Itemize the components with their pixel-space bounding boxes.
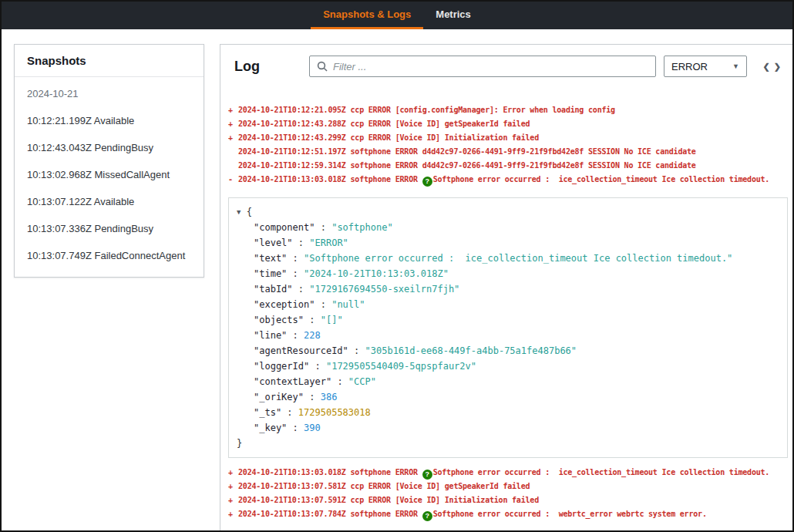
json-key: "loggerId" <box>254 361 309 372</box>
help-icon[interactable]: ? <box>422 470 432 480</box>
log-entry-text: 2024-10-21T10:12:21.095Z ccp ERROR [conf… <box>238 106 615 114</box>
log-level-value: ERROR <box>671 61 708 72</box>
json-colon: : <box>309 361 326 372</box>
json-value: "null" <box>331 299 365 310</box>
search-icon <box>317 61 328 72</box>
json-value: 386 <box>321 392 338 402</box>
json-key: "_oriKey" <box>254 392 304 402</box>
json-field: "loggerId" : "1729505540409-5qpspfaur2v" <box>237 359 779 374</box>
json-value: "1729505540409-5qpspfaur2v" <box>326 361 476 372</box>
snapshot-item[interactable]: 10:13:07.122Z Available <box>15 188 204 215</box>
expand-toggle-icon[interactable]: + <box>228 480 238 493</box>
snapshot-item[interactable]: 10:13:07.749Z FailedConnectAgent <box>15 242 204 269</box>
log-panel: Log ERROR ▼ ❮ ❯ +2024-10-21T10:12:21.095… <box>220 44 792 530</box>
expand-toggle-icon[interactable]: + <box>228 103 238 117</box>
expand-toggle-icon[interactable]: + <box>228 493 238 507</box>
snapshot-item[interactable]: 10:13:07.336Z PendingBusy <box>15 215 204 242</box>
snapshot-date: 2024-10-21 <box>15 77 204 107</box>
json-key: "agentResourceId" <box>254 345 348 356</box>
log-entry[interactable]: 2024-10-21T10:12:59.314Z softphone ERROR… <box>228 159 789 173</box>
json-key: "_key" <box>254 423 287 433</box>
json-value: 390 <box>304 423 321 433</box>
log-entry[interactable]: +2024-10-21T10:12:43.299Z ccp ERROR [Voi… <box>228 131 789 145</box>
json-colon: : <box>287 423 304 433</box>
log-entry-text: 2024-10-21T10:13:07.784Z softphone ERROR <box>238 510 422 518</box>
log-entry-text: 2024-10-21T10:12:51.197Z softphone ERROR… <box>238 147 696 156</box>
json-key: "contextLayer" <box>254 376 331 387</box>
json-field: "component" : "softphone" <box>237 220 779 235</box>
log-level-select[interactable]: ERROR ▼ <box>664 56 747 77</box>
log-entry-text: Softphone error occurred : ice_collectio… <box>433 175 770 184</box>
json-field: "tabId" : "1729167694550-sxeilrn7fjh" <box>237 281 779 297</box>
expand-toggle-icon[interactable]: + <box>228 117 238 131</box>
json-colon: : <box>293 237 310 248</box>
expand-toggle-icon[interactable]: + <box>228 131 238 145</box>
json-value: "ERROR" <box>309 237 348 248</box>
tab-metrics[interactable]: Metrics <box>423 2 483 29</box>
json-key: "tabId" <box>254 284 293 295</box>
log-entry[interactable]: +2024-10-21T10:12:21.095Z ccp ERROR [con… <box>228 103 789 117</box>
help-icon[interactable]: ? <box>422 177 432 187</box>
log-entry[interactable]: +2024-10-21T10:13:03.018Z softphone ERRO… <box>228 466 789 480</box>
log-entries-bottom: +2024-10-21T10:13:03.018Z softphone ERRO… <box>228 466 789 521</box>
json-field: "contextLayer" : "CCP" <box>237 374 779 389</box>
log-entry-text: 2024-10-21T10:13:03.018Z softphone ERROR <box>238 468 422 476</box>
json-close-line: } <box>237 436 779 451</box>
json-colon: : <box>348 345 365 356</box>
json-field: "_ts" : 1729505583018 <box>237 405 779 420</box>
json-colon: : <box>331 376 348 387</box>
json-field: "line" : 228 <box>237 328 779 343</box>
log-entry-text: 2024-10-21T10:13:07.591Z ccp ERROR [Voic… <box>238 496 539 504</box>
json-colon: : <box>315 222 331 233</box>
expand-toggle-icon[interactable]: + <box>228 466 238 480</box>
snapshots-panel: Snapshots 2024-10-21 10:12:21.199Z Avail… <box>14 44 204 278</box>
json-key: "objects" <box>254 315 304 325</box>
json-field: "objects" : "[]" <box>237 312 779 328</box>
collapse-toggle-icon[interactable]: - <box>228 173 238 187</box>
expand-toggle-icon[interactable]: + <box>228 507 238 521</box>
json-detail: ▼ {"component" : "softphone""level" : "E… <box>228 197 788 458</box>
json-key: "level" <box>254 237 293 248</box>
help-icon[interactable]: ? <box>422 511 432 521</box>
json-value: "305b161d-ee68-449f-a4bb-75a1fe487b66" <box>365 345 577 356</box>
log-entry-text: 2024-10-21T10:13:03.018Z softphone ERROR <box>238 175 422 184</box>
json-colon: : <box>304 315 321 325</box>
json-value: 1729505583018 <box>298 407 371 418</box>
filter-input[interactable] <box>333 61 648 72</box>
json-field: "level" : "ERROR" <box>237 235 779 251</box>
log-entry-text: Softphone error occurred : ice_collectio… <box>433 468 770 476</box>
log-entry[interactable]: +2024-10-21T10:13:07.591Z ccp ERROR [Voi… <box>228 493 789 507</box>
json-field: "exception" : "null" <box>237 297 779 312</box>
snapshot-item[interactable]: 10:12:43.043Z PendingBusy <box>15 134 204 161</box>
json-colon: : <box>315 299 331 310</box>
expand-panel-button[interactable]: ❮ ❯ <box>759 62 787 72</box>
json-field: "agentResourceId" : "305b161d-ee68-449f-… <box>237 343 779 359</box>
log-entry[interactable]: +2024-10-21T10:13:07.581Z ccp ERROR [Voi… <box>228 480 789 493</box>
log-entry-text: 2024-10-21T10:12:43.299Z ccp ERROR [Voic… <box>238 133 539 142</box>
open-brace: { <box>241 207 251 217</box>
json-value: "2024-10-21T10:13:03.018Z" <box>304 268 449 279</box>
json-value: 228 <box>304 330 321 341</box>
snapshot-item[interactable]: 10:12:21.199Z Available <box>15 107 204 134</box>
filter-box[interactable] <box>309 56 656 77</box>
log-entry[interactable]: +2024-10-21T10:12:43.288Z ccp ERROR [Voi… <box>228 117 789 131</box>
log-entry[interactable]: 2024-10-21T10:12:51.197Z softphone ERROR… <box>228 145 789 159</box>
json-field: "text" : "Softphone error occurred : ice… <box>237 251 779 266</box>
log-entry[interactable]: -2024-10-21T10:13:03.018Z softphone ERRO… <box>228 173 789 187</box>
app-window: Snapshots & Logs Metrics Snapshots 2024-… <box>0 0 794 532</box>
json-detail-body: ▼ {"component" : "softphone""level" : "E… <box>237 204 779 451</box>
tab-snapshots-logs[interactable]: Snapshots & Logs <box>311 2 423 29</box>
json-value: "softphone" <box>331 222 392 233</box>
log-entries-top: +2024-10-21T10:12:21.095Z ccp ERROR [con… <box>228 103 789 187</box>
json-colon: : <box>287 253 304 264</box>
chevron-down-icon: ▼ <box>732 62 739 70</box>
log-header: Log ERROR ▼ ❮ ❯ <box>225 56 789 77</box>
json-key: "component" <box>254 222 315 233</box>
json-value: "Softphone error occurred : ice_collecti… <box>304 253 732 264</box>
json-key: "exception" <box>254 299 315 310</box>
json-value: "[]" <box>321 315 343 325</box>
snapshots-title: Snapshots <box>15 45 204 77</box>
log-entry[interactable]: +2024-10-21T10:13:07.784Z softphone ERRO… <box>228 507 789 521</box>
snapshot-item[interactable]: 10:13:02.968Z MissedCallAgent <box>15 161 204 188</box>
json-colon: : <box>304 392 321 402</box>
